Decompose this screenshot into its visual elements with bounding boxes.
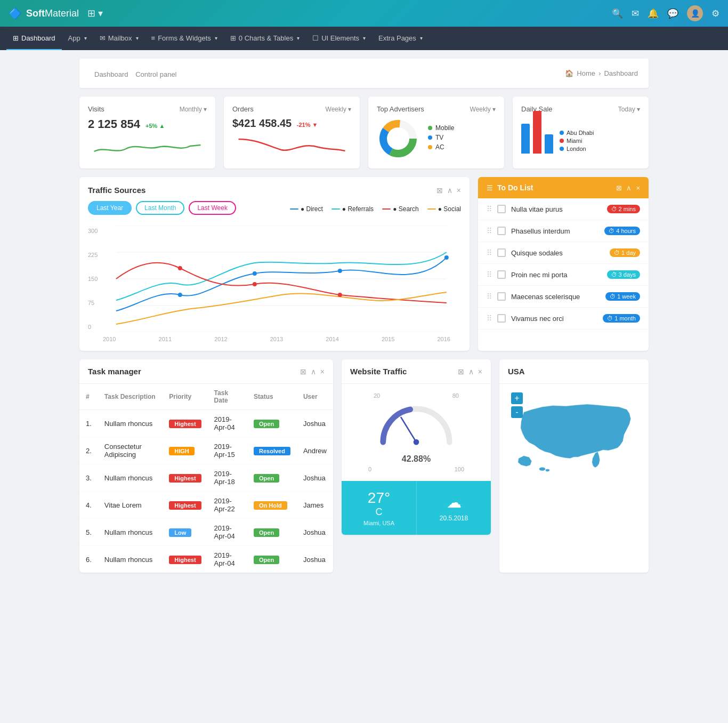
ui-arrow-icon: ▾: [363, 35, 366, 41]
visits-title: Visits: [88, 105, 104, 113]
table-row: 3. Nullam rhoncus Highest 2019-Apr-18 Op…: [79, 464, 333, 492]
svg-point-17: [414, 439, 419, 445]
drag-handle[interactable]: ⠿: [487, 227, 492, 235]
drag-handle[interactable]: ⠿: [487, 205, 492, 213]
user-avatar[interactable]: 👤: [687, 5, 703, 21]
nav-label-dashboard: Dashboard: [21, 34, 55, 42]
map-title: USA: [499, 359, 649, 384]
todo-list: ⠿ Nulla vitae purus ⏱ 2 mins ⠿ Phasellus…: [478, 198, 649, 330]
drag-handle[interactable]: ⠿: [487, 314, 492, 323]
table-row: 1. Nullam rhoncus Highest 2019-Apr-04 Op…: [79, 410, 333, 437]
bar-miami: [533, 111, 541, 154]
gauge-right: 80: [452, 392, 459, 399]
status-badge: On Hold: [254, 501, 287, 510]
status-badge: Open: [254, 474, 279, 483]
todo-card: ☰ To Do List ⊠ ∧ × ⠿ Nulla vitae purus ⏱…: [478, 177, 649, 351]
usa-map-svg: [508, 389, 640, 496]
advertisers-period[interactable]: Weekly ▾: [470, 106, 496, 113]
todo-text: Phasellus interdum: [511, 227, 599, 235]
nav-item-app[interactable]: App ▾: [62, 27, 93, 50]
task-close-btn[interactable]: ×: [320, 367, 325, 376]
search-icon[interactable]: 🔍: [612, 8, 623, 19]
todo-actions: ⊠ ∧ ×: [616, 184, 640, 192]
visits-change: +5% ▲: [145, 123, 165, 129]
todo-text: Nulla vitae purus: [511, 205, 602, 213]
advertisers-title: Top Advertisers: [377, 105, 424, 113]
nav-item-mailbox[interactable]: ✉ Mailbox ▾: [93, 27, 145, 50]
todo-checkbox[interactable]: [497, 314, 506, 323]
zoom-out-btn[interactable]: -: [511, 406, 523, 418]
zoom-in-btn[interactable]: +: [511, 392, 523, 404]
filter-last-week[interactable]: Last Week: [189, 201, 236, 215]
drag-handle[interactable]: ⠿: [487, 292, 492, 301]
breadcrumb: 🏠 Home › Dashboard: [565, 69, 638, 77]
col-desc: Task Description: [98, 384, 163, 410]
todo-checkbox[interactable]: [497, 270, 506, 279]
grid-menu-icon[interactable]: ⊞ ▾: [87, 7, 103, 19]
svg-point-12: [444, 255, 449, 260]
todo-close-btn[interactable]: ×: [636, 184, 640, 192]
todo-header: ☰ To Do List ⊠ ∧ ×: [478, 177, 649, 198]
traffic-card-actions: ⊠ ∧ ×: [458, 367, 482, 376]
todo-badge: ⏱ 3 days: [607, 270, 640, 279]
traffic-chart-card: Traffic Sources ⊠ ∧ × Last Year Last Mon…: [79, 177, 470, 351]
traffic-legend: ● Direct ● Referrals ● Search ● Social: [290, 205, 461, 213]
bell-icon[interactable]: 🔔: [648, 8, 659, 19]
nav-item-forms[interactable]: ≡ Forms & Widgets ▾: [145, 27, 224, 50]
col-user: User: [297, 384, 333, 410]
svg-point-11: [338, 269, 342, 273]
orders-period[interactable]: Weekly ▾: [326, 106, 351, 113]
todo-badge: ⏱ 1 day: [610, 248, 640, 257]
main-content: Dashboard Control panel 🏠 Home › Dashboa…: [71, 50, 657, 581]
todo-item: ⠿ Maecenas scelerisque ⏱ 1 week: [478, 286, 649, 308]
daily-sale-bars: [521, 122, 553, 154]
traffic-collapse-icon[interactable]: ⊠: [436, 186, 443, 195]
col-date: Task Date: [208, 384, 247, 410]
todo-minimize-btn[interactable]: ∧: [626, 184, 632, 192]
filter-last-month[interactable]: Last Month: [136, 201, 184, 215]
daily-sale-period[interactable]: Today ▾: [618, 106, 640, 113]
task-minimize-btn[interactable]: ∧: [311, 367, 316, 376]
todo-checkbox[interactable]: [497, 292, 506, 301]
daily-sale-content: Abu Dhabi Miami London: [521, 117, 640, 154]
task-collapse-btn[interactable]: ⊠: [300, 367, 306, 376]
logo-text: SoftMaterial: [26, 8, 79, 19]
svg-point-10: [253, 271, 257, 276]
weather-temperature: 27°: [368, 489, 390, 507]
traffic-close-icon[interactable]: ×: [457, 186, 461, 195]
status-badge: Resolved: [254, 447, 290, 455]
traffic-close-btn2[interactable]: ×: [478, 367, 482, 376]
todo-checkbox[interactable]: [497, 205, 506, 213]
traffic-collapse-btn2[interactable]: ⊠: [458, 367, 464, 376]
svg-point-13: [178, 266, 182, 270]
traffic-minimize-icon[interactable]: ∧: [447, 186, 452, 195]
todo-text: Proin nec mi porta: [511, 271, 602, 279]
mail-icon[interactable]: ✉: [632, 8, 639, 19]
todo-checkbox[interactable]: [497, 248, 506, 257]
nav-item-dashboard[interactable]: ⊞ Dashboard: [6, 27, 62, 50]
traffic-filters: Last Year Last Month Last Week: [88, 201, 236, 215]
visits-period[interactable]: Monthly ▾: [180, 106, 207, 113]
todo-collapse-btn[interactable]: ⊠: [616, 184, 622, 192]
settings-icon[interactable]: ⚙: [711, 8, 719, 19]
nav-item-ui[interactable]: ☐ UI Elements ▾: [306, 27, 372, 50]
logo[interactable]: 🔷 SoftMaterial: [9, 7, 79, 20]
nav-item-extra[interactable]: Extra Pages ▾: [372, 27, 429, 50]
todo-text: Vivamus nec orci: [511, 315, 597, 323]
chat-icon[interactable]: 💬: [667, 8, 678, 19]
table-row: 6. Nullam rhoncus Highest 2019-Apr-04 Op…: [79, 546, 333, 573]
task-table-header-row: # Task Description Priority Task Date St…: [79, 384, 333, 410]
top-nav-icons: 🔍 ✉ 🔔 💬 👤 ⚙: [612, 5, 719, 21]
traffic-minimize-btn2[interactable]: ∧: [468, 367, 474, 376]
home-icon: 🏠: [565, 69, 573, 77]
breadcrumb-home[interactable]: Home: [577, 69, 595, 77]
weather-cloud: ☁ 20.5.2018: [416, 481, 491, 535]
nav-item-charts[interactable]: ⊞ 0 Charts & Tables ▾: [224, 27, 306, 50]
orders-value: $421 458.45 -21% ▼: [232, 117, 351, 130]
todo-checkbox[interactable]: [497, 227, 506, 235]
bottom-row: Task manager ⊠ ∧ × # Task Description Pr…: [79, 359, 649, 573]
task-manager-header: Task manager ⊠ ∧ ×: [79, 359, 333, 384]
drag-handle[interactable]: ⠿: [487, 270, 492, 279]
drag-handle[interactable]: ⠿: [487, 248, 492, 257]
filter-last-year[interactable]: Last Year: [88, 201, 132, 215]
